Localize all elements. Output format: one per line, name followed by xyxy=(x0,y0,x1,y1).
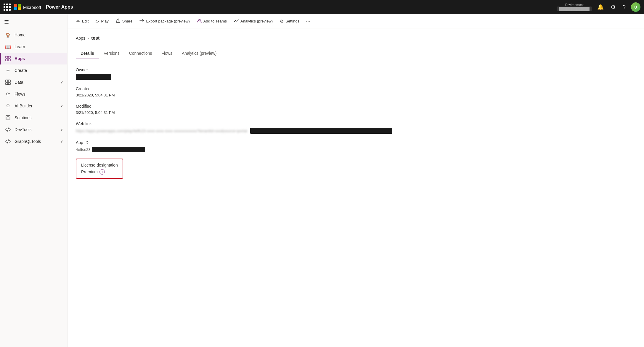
create-icon: + xyxy=(5,67,11,73)
svg-rect-2 xyxy=(6,59,8,61)
license-info-icon[interactable]: i xyxy=(99,169,105,175)
created-value: 3/21/2020, 5:04:31 PM xyxy=(76,93,636,97)
add-to-teams-button[interactable]: Add to Teams xyxy=(194,17,230,26)
share-label: Share xyxy=(122,19,133,23)
tab-analytics[interactable]: Analytics (preview) xyxy=(177,48,221,59)
play-label: Play xyxy=(101,19,108,23)
sidebar-label-ai-builder: AI Builder xyxy=(15,104,57,108)
sidebar-label-create: Create xyxy=(15,68,63,73)
detail-tabs: Details Versions Connections Flows Analy… xyxy=(76,48,636,59)
share-icon xyxy=(116,18,121,24)
svg-rect-1 xyxy=(8,56,10,58)
analytics-button[interactable]: Analytics (preview) xyxy=(231,17,276,26)
add-to-teams-label: Add to Teams xyxy=(203,19,227,23)
sidebar-item-home[interactable]: 🏠 Home xyxy=(0,29,67,41)
owner-value xyxy=(76,74,636,80)
settings-label: Settings xyxy=(285,19,299,23)
weblink-redacted xyxy=(250,128,392,134)
environment-selector[interactable]: Environment ████████████ xyxy=(557,3,592,11)
sidebar-item-graphqltools[interactable]: GraphQLTools ∨ xyxy=(0,135,67,147)
top-navigation: Microsoft Power Apps Environment ███████… xyxy=(0,0,644,14)
owner-field: Owner xyxy=(76,67,636,80)
edit-button[interactable]: ✏ Edit xyxy=(73,17,91,26)
page-content: Apps › test Details Versions Connections… xyxy=(68,28,644,186)
ms-brand-label: Microsoft xyxy=(23,5,41,10)
svg-rect-3 xyxy=(8,59,10,61)
license-label: License designation xyxy=(81,163,118,167)
svg-line-15 xyxy=(7,128,9,131)
sidebar-item-learn[interactable]: 📖 Learn xyxy=(0,41,67,53)
svg-point-18 xyxy=(200,19,201,20)
breadcrumb: Apps › test xyxy=(76,35,636,41)
home-icon: 🏠 xyxy=(5,32,11,38)
user-avatar[interactable]: U xyxy=(631,2,640,12)
play-icon: ▷ xyxy=(96,19,99,24)
sidebar-toggle[interactable]: ☰ xyxy=(0,17,67,28)
ms-logo: Microsoft xyxy=(14,4,41,10)
breadcrumb-current: test xyxy=(91,35,99,41)
play-button[interactable]: ▷ Play xyxy=(93,17,111,26)
devtools-icon xyxy=(5,127,11,133)
sidebar-item-flows[interactable]: ⟳ Flows xyxy=(0,88,67,100)
sidebar-label-solutions: Solutions xyxy=(15,115,63,120)
data-icon xyxy=(5,79,11,85)
tab-flows[interactable]: Flows xyxy=(157,48,177,59)
sidebar-item-create[interactable]: + Create xyxy=(0,64,67,76)
owner-redacted xyxy=(76,74,111,80)
more-options-button[interactable]: ··· xyxy=(303,17,313,25)
license-value-row: Premium i xyxy=(81,169,118,175)
license-designation-box: License designation Premium i xyxy=(76,159,123,179)
breadcrumb-apps-link[interactable]: Apps xyxy=(76,36,85,41)
sidebar-label-devtools: DevTools xyxy=(15,127,57,132)
app-title: Power Apps xyxy=(46,4,73,10)
tab-connections[interactable]: Connections xyxy=(124,48,157,59)
sidebar-item-apps[interactable]: Apps xyxy=(0,53,67,64)
settings-icon: ⚙ xyxy=(280,19,284,24)
sidebar-item-ai-builder[interactable]: AI Builder ∨ xyxy=(0,100,67,112)
breadcrumb-separator: › xyxy=(88,36,89,40)
svg-point-17 xyxy=(198,19,199,21)
weblink-label: Web link xyxy=(76,121,636,126)
tab-details[interactable]: Details xyxy=(76,48,99,59)
sidebar-label-data: Data xyxy=(15,80,57,85)
graphqltools-icon xyxy=(5,138,11,144)
svg-rect-5 xyxy=(8,80,10,82)
svg-rect-13 xyxy=(6,116,10,120)
solutions-icon xyxy=(5,115,11,121)
weblink-field: Web link https://apps.powerapps.com/play… xyxy=(76,121,636,134)
sidebar-label-home: Home xyxy=(15,33,63,37)
tab-versions[interactable]: Versions xyxy=(99,48,124,59)
weblink-blur-value: https://apps.powerapps.com/play/4effc23-… xyxy=(76,129,247,133)
sidebar-label-graphqltools: GraphQLTools xyxy=(15,139,57,144)
action-toolbar: ✏ Edit ▷ Play Share xyxy=(68,14,644,28)
waffle-menu[interactable] xyxy=(4,4,11,11)
appid-partial-text: 4effce23- xyxy=(76,147,92,152)
export-label: Export package (preview) xyxy=(146,19,189,23)
created-label: Created xyxy=(76,86,636,91)
chevron-down-icon-4: ∨ xyxy=(60,139,63,143)
flows-icon: ⟳ xyxy=(5,91,11,97)
share-button[interactable]: Share xyxy=(113,17,136,26)
ai-builder-icon xyxy=(5,103,11,109)
edit-label: Edit xyxy=(82,19,89,23)
help-button[interactable]: ? xyxy=(621,3,627,12)
analytics-label: Analytics (preview) xyxy=(240,19,273,23)
settings-button[interactable]: ⚙ xyxy=(609,3,617,12)
sidebar-item-solutions[interactable]: Solutions xyxy=(0,112,67,124)
weblink-row: https://apps.powerapps.com/play/4effc23-… xyxy=(76,128,636,134)
settings-toolbar-button[interactable]: ⚙ Settings xyxy=(277,17,302,26)
created-field: Created 3/21/2020, 5:04:31 PM xyxy=(76,86,636,97)
sidebar-label-apps: Apps xyxy=(15,56,63,61)
export-button[interactable]: Export package (preview) xyxy=(136,17,192,26)
appid-redacted xyxy=(92,147,145,152)
sidebar-item-devtools[interactable]: DevTools ∨ xyxy=(0,124,67,135)
appid-value: 4effce23- xyxy=(76,147,636,152)
chevron-down-icon-3: ∨ xyxy=(60,127,63,132)
environment-value: ████████████ xyxy=(557,7,592,11)
learn-icon: 📖 xyxy=(5,44,11,50)
notification-button[interactable]: 🔔 xyxy=(595,3,606,12)
modified-value: 3/21/2020, 5:04:31 PM xyxy=(76,110,636,115)
sidebar-item-data[interactable]: Data ∨ xyxy=(0,76,67,88)
appid-field: App ID 4effce23- xyxy=(76,140,636,152)
edit-icon: ✏ xyxy=(76,19,80,24)
